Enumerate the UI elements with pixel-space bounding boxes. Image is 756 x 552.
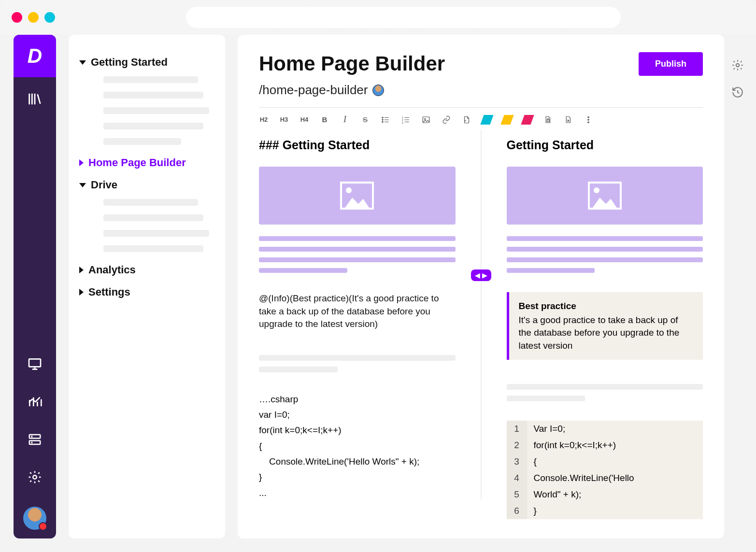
history-icon[interactable] [731,86,744,100]
window-close-dot[interactable] [12,12,22,23]
right-tool-strip [733,35,756,538]
highlight-pink-button[interactable] [521,115,534,125]
h2-button[interactable]: H2 [259,116,269,123]
preview-code-block: 1Var I=0;2for(int k=0;k<=I;k++)3{4 Conso… [507,421,703,519]
editor-toolbar: H2 H3 H4 B I S 123 [259,114,703,129]
callout-body: It's a good practice to take a back up o… [519,315,680,351]
h4-button[interactable]: H4 [300,116,309,123]
monitor-icon[interactable] [27,356,43,372]
lock-page-button[interactable] [543,115,553,124]
svg-point-7 [382,119,383,120]
tree-item-settings[interactable]: Settings [79,281,214,303]
tree-placeholder [103,214,203,221]
callout-title: Best practice [519,300,694,313]
svg-point-5 [33,475,37,479]
svg-point-13 [425,118,426,119]
code-line: for(int k=0;k<=I;k++) [527,437,623,453]
svg-point-17 [588,122,589,123]
tree-placeholder [103,138,181,145]
tree-item-label: Analytics [88,264,136,276]
highlight-blue-button[interactable] [480,115,493,125]
svg-point-4 [31,442,32,443]
caret-icon [79,183,86,187]
caret-icon [79,267,84,273]
analytics-icon[interactable] [27,394,43,410]
publish-button[interactable]: Publish [639,52,703,76]
user-avatar[interactable] [23,507,46,530]
tree-placeholder [103,107,209,114]
line-number: 2 [507,437,527,453]
strike-button[interactable]: S [360,115,370,124]
bullet-list-button[interactable] [381,115,390,124]
line-number: 1 [507,421,527,437]
svg-point-6 [382,117,383,118]
svg-rect-0 [29,359,41,367]
page-slug: /home-page-builder [259,83,368,98]
tree-item-label: Settings [88,286,130,298]
page-tree-sidebar: Getting StartedHome Page BuilderDriveAna… [69,35,225,538]
nav-rail: D [14,35,56,538]
svg-rect-14 [547,120,550,122]
settings-icon[interactable] [27,469,43,485]
code-line: World" + k); [527,486,588,503]
code-line: Console.WriteLine('Hello [527,470,641,486]
line-number: 3 [507,453,527,470]
svg-point-8 [382,121,383,122]
bold-button[interactable]: B [320,115,329,124]
author-avatar[interactable] [372,85,384,96]
source-callout: @(Info)(Best practice)(It's a good pract… [259,292,456,331]
link-button[interactable] [442,115,451,124]
tree-item-label: Getting Started [91,56,168,69]
tree-item-getting-started[interactable]: Getting Started [79,51,214,73]
preview-heading: Getting Started [507,138,703,152]
tree-placeholder [103,123,203,129]
library-icon[interactable] [27,91,43,107]
server-icon[interactable] [27,431,43,448]
address-bar[interactable] [186,7,621,28]
caret-icon [79,159,84,166]
svg-point-15 [588,117,589,118]
more-menu-button[interactable] [584,115,593,124]
tree-placeholder [103,92,203,99]
line-number: 5 [507,486,527,503]
h3-button[interactable]: H3 [279,116,289,123]
svg-point-18 [736,64,740,67]
tree-item-drive[interactable]: Drive [79,174,214,196]
window-maximize-dot[interactable] [44,12,55,23]
svg-point-3 [31,436,32,437]
source-pane[interactable]: ### Getting Started @(Info)(Best practic… [259,129,481,499]
svg-text:3: 3 [402,121,403,124]
italic-button[interactable]: I [340,114,350,125]
tree-item-label: Drive [91,179,117,191]
split-view-toggle[interactable]: ◀▶ [471,269,491,281]
svg-point-16 [588,119,589,120]
window-titlebar [0,0,756,35]
tree-placeholder [103,199,198,206]
code-line: { [527,453,543,470]
tree-placeholder [103,230,209,237]
highlight-yellow-button[interactable] [500,115,514,125]
code-line: Var I=0; [527,421,572,437]
image-placeholder [507,167,703,225]
preview-pane: Getting Started Best practice It's a goo… [481,129,703,499]
app-logo[interactable]: D [14,35,56,77]
caret-icon [79,289,84,296]
file-button[interactable] [462,115,471,124]
source-heading: ### Getting Started [259,138,456,152]
line-number: 6 [507,503,527,519]
image-button[interactable] [421,115,431,124]
tree-placeholder [103,76,198,83]
code-line: } [527,503,543,519]
tree-placeholder [103,245,203,252]
tree-item-label: Home Page Builder [88,156,186,169]
tree-item-home-page-builder[interactable]: Home Page Builder [79,152,214,174]
source-code: ….csharp var I=0; for(int k=0;k<=I;k++) … [259,392,456,501]
preview-callout: Best practice It's a good practice to ta… [507,292,703,360]
caret-icon [79,60,86,65]
ordered-list-button[interactable]: 123 [401,115,411,124]
page-title: Home Page Builder [259,52,445,75]
window-minimize-dot[interactable] [28,12,39,23]
page-settings-icon[interactable] [731,59,744,73]
tree-item-analytics[interactable]: Analytics [79,259,214,281]
delete-page-button[interactable] [563,115,573,124]
